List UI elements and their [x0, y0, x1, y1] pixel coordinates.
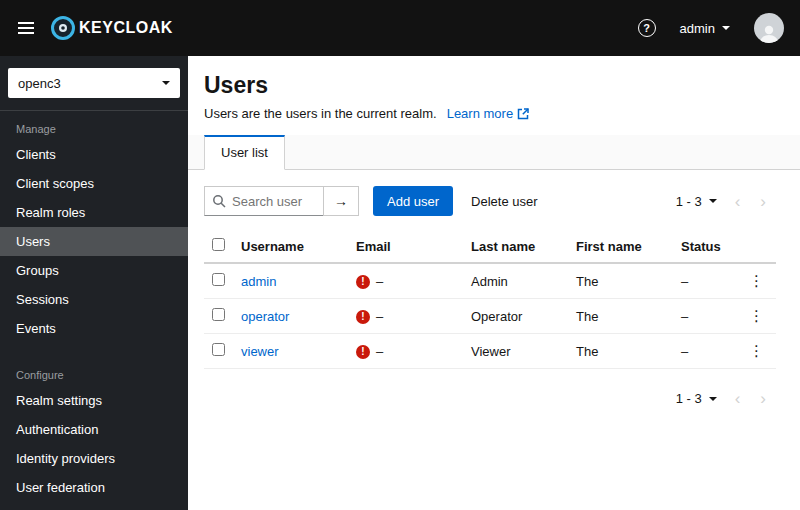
brand-text: KEYCLOAK [79, 19, 173, 37]
chevron-down-icon [709, 199, 717, 203]
last-name-cell: Admin [463, 263, 568, 299]
row-actions-kebab-icon[interactable]: ⋮ [745, 272, 768, 290]
row-checkbox[interactable] [212, 308, 225, 321]
column-header-first-name: First name [568, 230, 673, 263]
main-content: Users Users are the users in the current… [188, 56, 800, 510]
chevron-down-icon [722, 26, 730, 30]
status-cell: – [673, 299, 737, 334]
nav-section-configure-label: Configure [0, 357, 188, 386]
email-warning-icon: ! [356, 345, 370, 359]
email-empty-value: – [376, 274, 383, 289]
column-header-email: Email [348, 230, 463, 263]
status-cell: – [673, 334, 737, 369]
email-warning-icon: ! [356, 275, 370, 289]
user-menu-label: admin [680, 21, 715, 36]
masthead-right: ? admin [638, 13, 784, 43]
status-cell: – [673, 263, 737, 299]
sidebar-item-realm-settings[interactable]: Realm settings [0, 386, 188, 415]
nav-section-configure: Configure Realm settings Authentication … [0, 357, 188, 502]
table-row: admin ! – Admin The – ⋮ [204, 263, 776, 299]
sidebar-item-users[interactable]: Users [0, 227, 188, 256]
page-description: Users are the users in the current realm… [204, 106, 776, 121]
avatar[interactable] [754, 13, 784, 43]
sidebar-item-client-scopes[interactable]: Client scopes [0, 169, 188, 198]
keycloak-logo-icon [50, 15, 76, 41]
select-all-checkbox[interactable] [212, 238, 225, 251]
email-warning-icon: ! [356, 310, 370, 324]
sidebar-item-identity-providers[interactable]: Identity providers [0, 444, 188, 473]
search-input[interactable] [204, 186, 324, 216]
pagination-prev-button[interactable]: ‹ [725, 193, 751, 210]
first-name-cell: The [568, 263, 673, 299]
add-user-button[interactable]: Add user [373, 186, 453, 216]
first-name-cell: The [568, 334, 673, 369]
layout: openc3 Manage Clients Client scopes Real… [0, 56, 800, 510]
search-group: → [204, 186, 359, 216]
pagination-range-dropdown[interactable]: 1 - 3 [668, 190, 725, 213]
username-link[interactable]: operator [241, 309, 289, 324]
column-header-username: Username [233, 230, 348, 263]
sidebar-item-realm-roles[interactable]: Realm roles [0, 198, 188, 227]
sidebar-item-events[interactable]: Events [0, 314, 188, 343]
email-empty-value: – [376, 309, 383, 324]
sidebar-item-groups[interactable]: Groups [0, 256, 188, 285]
chevron-down-icon [709, 397, 717, 401]
row-checkbox[interactable] [212, 273, 225, 286]
username-link[interactable]: viewer [241, 344, 279, 359]
toolbar: → Add user Delete user 1 - 3 ‹ › [204, 186, 776, 216]
last-name-cell: Viewer [463, 334, 568, 369]
row-checkbox[interactable] [212, 343, 225, 356]
realm-selector-label: openc3 [18, 76, 61, 91]
realm-selector[interactable]: openc3 [8, 68, 180, 98]
external-link-icon [517, 108, 529, 120]
help-icon[interactable]: ? [638, 19, 656, 37]
page-title: Users [204, 72, 776, 99]
keycloak-brand: KEYCLOAK [50, 15, 173, 41]
nav-section-manage-label: Manage [0, 111, 188, 140]
user-menu[interactable]: admin [674, 20, 736, 37]
delete-user-button[interactable]: Delete user [461, 188, 547, 215]
email-empty-value: – [376, 344, 383, 359]
column-header-last-name: Last name [463, 230, 568, 263]
column-header-status: Status [673, 230, 737, 263]
sidebar-item-sessions[interactable]: Sessions [0, 285, 188, 314]
username-link[interactable]: admin [241, 274, 276, 289]
keycloak-admin-console: KEYCLOAK ? admin openc3 Man [0, 0, 800, 510]
users-table: Username Email Last name First name Stat… [204, 230, 776, 369]
sidebar-item-authentication[interactable]: Authentication [0, 415, 188, 444]
sidebar-item-user-federation[interactable]: User federation [0, 473, 188, 502]
learn-more-link[interactable]: Learn more [447, 106, 529, 121]
page-description-text: Users are the users in the current realm… [204, 106, 437, 121]
search-submit-button[interactable]: → [323, 186, 359, 216]
pagination-top: 1 - 3 ‹ › [668, 190, 776, 213]
tab-user-list[interactable]: User list [204, 135, 285, 170]
table-row: viewer ! – Viewer The – ⋮ [204, 334, 776, 369]
row-actions-kebab-icon[interactable]: ⋮ [745, 307, 768, 325]
tab-bar: User list [188, 135, 800, 170]
table-row: operator ! – Operator The – ⋮ [204, 299, 776, 334]
last-name-cell: Operator [463, 299, 568, 334]
chevron-down-icon [162, 81, 170, 85]
table-header-row: Username Email Last name First name Stat… [204, 230, 776, 263]
pagination-next-button[interactable]: › [750, 193, 776, 210]
masthead: KEYCLOAK ? admin [0, 0, 800, 56]
sidebar: openc3 Manage Clients Client scopes Real… [0, 56, 188, 510]
pagination-prev-button[interactable]: ‹ [725, 390, 751, 407]
pagination-range: 1 - 3 [676, 391, 702, 406]
pagination-range: 1 - 3 [676, 194, 702, 209]
learn-more-label: Learn more [447, 106, 513, 121]
nav-section-manage: Manage Clients Client scopes Realm roles… [0, 111, 188, 343]
pagination-bottom: 1 - 3 ‹ › [204, 387, 776, 410]
first-name-cell: The [568, 299, 673, 334]
pagination-next-button[interactable]: › [750, 390, 776, 407]
hamburger-menu-button[interactable] [16, 15, 36, 41]
row-actions-kebab-icon[interactable]: ⋮ [745, 342, 768, 360]
sidebar-item-clients[interactable]: Clients [0, 140, 188, 169]
pagination-range-dropdown[interactable]: 1 - 3 [668, 387, 725, 410]
